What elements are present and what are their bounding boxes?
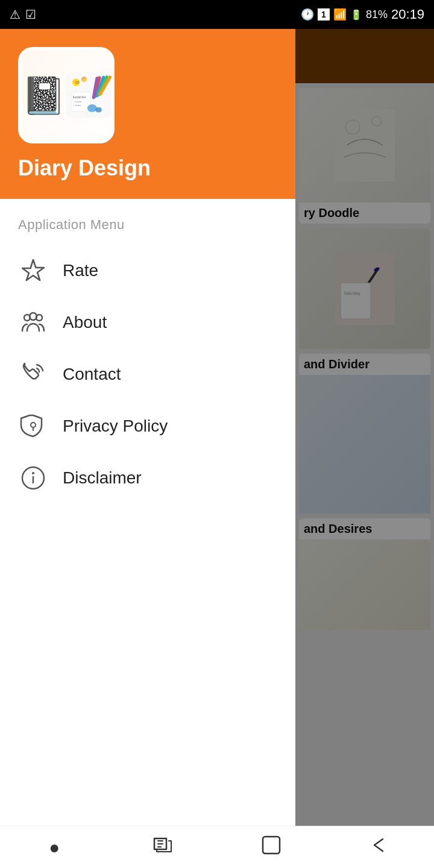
svg-point-14 xyxy=(87,104,97,112)
menu-item-contact[interactable]: Contact xyxy=(0,348,295,400)
menu-section-title: Application Menu xyxy=(0,211,295,245)
about-label: About xyxy=(63,313,107,332)
app-icon: 😊 🌟 bucket list ✓ travel ✓ draw xyxy=(21,50,112,140)
status-bar-right: 🕐 1 📶 🔋 81% 20:19 xyxy=(301,7,424,22)
menu-item-privacy[interactable]: Privacy Policy xyxy=(0,400,295,452)
status-bar-left: ⚠ ☑ xyxy=(10,7,36,22)
recent-icon xyxy=(152,836,174,858)
back-arrow-icon xyxy=(370,837,390,858)
bottom-navigation: ● xyxy=(0,826,434,868)
right-content-panel: ry Doodle Saturday and Divider xyxy=(295,29,434,826)
contact-label: Contact xyxy=(63,365,121,384)
square-icon xyxy=(261,835,281,860)
svg-rect-29 xyxy=(263,837,280,854)
time-display: 20:19 xyxy=(391,7,424,22)
contact-icon xyxy=(18,359,48,389)
svg-text:✓ travel: ✓ travel xyxy=(73,100,82,103)
status-bar: ⚠ ☑ 🕐 1 📶 🔋 81% 20:19 xyxy=(0,0,434,29)
disclaimer-label: Disclaimer xyxy=(63,468,142,488)
side-drawer: 😊 🌟 bucket list ✓ travel ✓ draw Diary De… xyxy=(0,29,295,826)
clock-icon: 🕐 xyxy=(301,8,314,21)
privacy-label: Privacy Policy xyxy=(63,417,168,436)
overlay[interactable] xyxy=(295,29,434,826)
battery-icon: 🔋 xyxy=(350,9,362,20)
svg-point-19 xyxy=(31,423,36,427)
drawer-menu: Application Menu Rate xyxy=(0,199,295,826)
menu-item-disclaimer[interactable]: Disclaimer xyxy=(0,452,295,504)
home-dot-icon: ● xyxy=(49,837,60,858)
alert-icon: ⚠ xyxy=(10,7,20,22)
sim-icon: 1 xyxy=(318,8,330,20)
svg-point-21 xyxy=(32,472,34,474)
shield-lock-icon xyxy=(18,411,48,441)
nav-overview-button[interactable] xyxy=(247,829,295,866)
menu-item-rate[interactable]: Rate xyxy=(0,245,295,297)
nav-home-button[interactable]: ● xyxy=(30,829,78,866)
disclaimer-icon xyxy=(18,463,48,493)
star-icon xyxy=(18,256,48,286)
app-name: Diary Design xyxy=(18,156,277,181)
battery-percent: 81% xyxy=(366,8,388,21)
menu-item-about[interactable]: About xyxy=(0,297,295,348)
svg-text:🌟: 🌟 xyxy=(83,78,87,82)
svg-text:✓ draw: ✓ draw xyxy=(73,104,81,107)
svg-text:😊: 😊 xyxy=(74,80,80,85)
main-layout: 😊 🌟 bucket list ✓ travel ✓ draw Diary De… xyxy=(0,29,434,826)
app-icon-svg: 😊 🌟 bucket list ✓ travel ✓ draw xyxy=(66,53,112,137)
nav-recent-button[interactable] xyxy=(139,829,187,866)
app-icon-container: 😊 🌟 bucket list ✓ travel ✓ draw xyxy=(18,47,115,143)
drawer-header: 😊 🌟 bucket list ✓ travel ✓ draw Diary De… xyxy=(0,29,295,199)
nav-back-button[interactable] xyxy=(356,829,404,866)
rate-label: Rate xyxy=(63,261,98,280)
svg-point-15 xyxy=(95,107,102,113)
svg-text:bucket list: bucket list xyxy=(73,96,86,99)
checkbox-icon: ☑ xyxy=(25,7,36,22)
signal-icon: 📶 xyxy=(333,8,347,21)
people-icon xyxy=(18,307,48,338)
